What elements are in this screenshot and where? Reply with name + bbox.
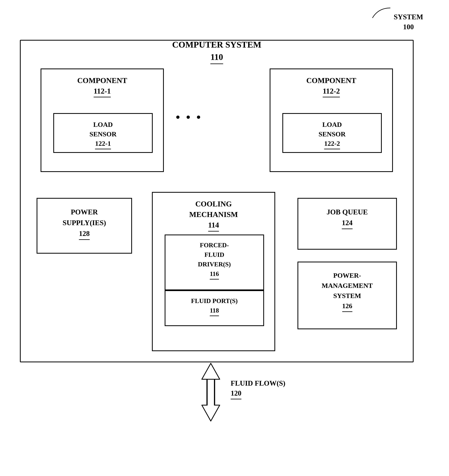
job-queue-title: JOB QUEUE 124 bbox=[298, 207, 396, 229]
system-number: 100 bbox=[394, 22, 423, 32]
computer-system-box: COMPUTER SYSTEM 110 COMPONENT 112-1 LOAD… bbox=[20, 40, 414, 362]
ellipsis-dots: • • • bbox=[176, 110, 202, 124]
load-sensor-2-box: LOAD SENSOR 122-2 bbox=[282, 113, 382, 153]
fluid-flow-label: FLUID FLOW(S) 120 bbox=[231, 378, 285, 399]
power-supply-box: POWER SUPPLY(IES) 128 bbox=[37, 198, 132, 254]
component-1-box: COMPONENT 112-1 LOAD SENSOR 122-1 bbox=[40, 69, 164, 172]
forced-fluid-title: FORCED- FLUID DRIVER(S) 116 bbox=[165, 240, 263, 280]
component-1-title: COMPONENT 112-1 bbox=[41, 75, 163, 97]
load-sensor-1-box: LOAD SENSOR 122-1 bbox=[53, 113, 153, 153]
system-label: SYSTEM 100 bbox=[394, 12, 423, 32]
forced-fluid-box: FORCED- FLUID DRIVER(S) 116 bbox=[165, 235, 264, 290]
system-curve-icon bbox=[366, 6, 392, 22]
power-supply-title: POWER SUPPLY(IES) 128 bbox=[37, 207, 131, 240]
double-arrow-icon bbox=[202, 363, 220, 421]
cooling-title: COOLING MECHANISM 114 bbox=[153, 199, 275, 231]
component-2-title: COMPONENT 112-2 bbox=[270, 75, 392, 97]
cooling-mechanism-box: COOLING MECHANISM 114 FORCED- FLUID DRIV… bbox=[152, 192, 275, 351]
svg-marker-3 bbox=[202, 379, 220, 421]
fluid-port-title: FLUID PORT(S) 118 bbox=[165, 296, 263, 316]
fluid-port-box: FLUID PORT(S) 118 bbox=[165, 290, 264, 326]
load-sensor-2-title: LOAD SENSOR 122-2 bbox=[283, 120, 381, 149]
power-management-box: POWER- MANAGEMENT SYSTEM 126 bbox=[297, 262, 397, 329]
diagram-container: SYSTEM 100 COMPUTER SYSTEM 110 COMPONENT… bbox=[0, 0, 449, 476]
computer-system-title: COMPUTER SYSTEM 110 bbox=[21, 39, 413, 64]
system-text: SYSTEM bbox=[394, 12, 423, 22]
load-sensor-1-title: LOAD SENSOR 122-1 bbox=[54, 120, 152, 149]
power-management-title: POWER- MANAGEMENT SYSTEM 126 bbox=[298, 270, 396, 312]
job-queue-box: JOB QUEUE 124 bbox=[297, 198, 397, 250]
component-2-box: COMPONENT 112-2 LOAD SENSOR 122-2 bbox=[270, 69, 393, 172]
